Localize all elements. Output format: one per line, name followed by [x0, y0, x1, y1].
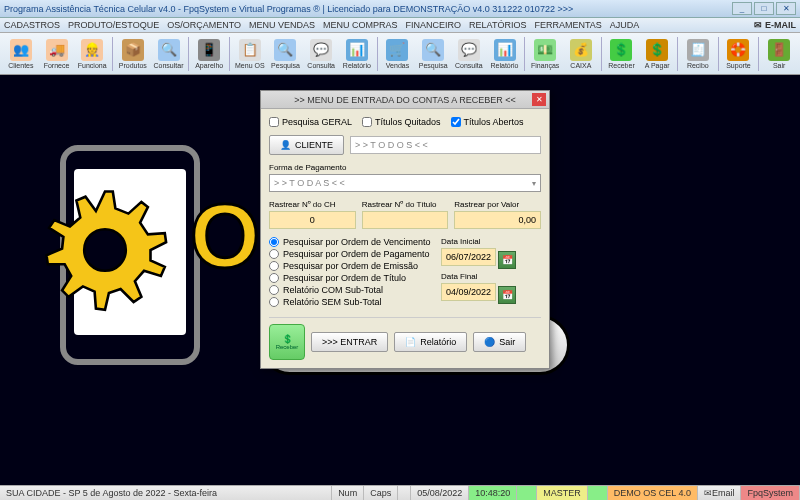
- data-final-field[interactable]: 04/09/2022: [441, 283, 496, 301]
- forma-combo[interactable]: > > T O D A S < <: [269, 174, 541, 192]
- toolbar-suporte[interactable]: 🛟Suporte: [722, 35, 756, 73]
- toolbar-fornece[interactable]: 🚚Fornece: [40, 35, 74, 73]
- status-master: MASTER: [537, 486, 588, 500]
- menu-financeiro[interactable]: FINANCEIRO: [406, 20, 462, 30]
- menu-email[interactable]: ✉E-MAIL: [754, 20, 796, 30]
- toolbar-consultar[interactable]: 🔍Consultar: [152, 35, 186, 73]
- radio-1[interactable]: Pesquisar por Ordem de Pagamento: [269, 249, 433, 259]
- suporte-icon: 🛟: [727, 39, 749, 61]
- status-email[interactable]: ✉ Email: [698, 486, 742, 500]
- status-location: SUA CIDADE - SP 5 de Agosto de 2022 - Se…: [0, 486, 332, 500]
- radio-3[interactable]: Pesquisar por Ordem de Título: [269, 273, 433, 283]
- recibo-icon: 🧾: [687, 39, 709, 61]
- menu-produto[interactable]: PRODUTO/ESTOQUE: [68, 20, 159, 30]
- toolbar-produtos[interactable]: 📦Produtos: [116, 35, 150, 73]
- track-tit-label: Rastrear Nº do Título: [362, 200, 449, 209]
- produtos-icon: 📦: [122, 39, 144, 61]
- toolbar-pesquisa[interactable]: 🔍Pesquisa: [416, 35, 450, 73]
- checkbox-quitados[interactable]: Títulos Quitados: [362, 117, 441, 127]
- status-fpq[interactable]: FpqSystem: [741, 486, 800, 500]
- a pagar-icon: 💲: [646, 39, 668, 61]
- toolbar-finanças[interactable]: 💵Finanças: [528, 35, 562, 73]
- relatorio-button[interactable]: 📄Relatório: [394, 332, 467, 352]
- money-icon: 💲: [282, 334, 293, 344]
- caixa-icon: 💰: [570, 39, 592, 61]
- forma-label: Forma de Pagamento: [269, 163, 541, 172]
- status-num: Num: [332, 486, 364, 500]
- track-ch-field[interactable]: 0: [269, 211, 356, 229]
- menu-relatorios[interactable]: RELATÓRIOS: [469, 20, 526, 30]
- toolbar-recibo[interactable]: 🧾Recibo: [681, 35, 715, 73]
- track-val-label: Rastrear por Valor: [454, 200, 541, 209]
- fornece-icon: 🚚: [46, 39, 68, 61]
- entrar-button[interactable]: >>> ENTRAR: [311, 332, 388, 352]
- toolbar-menu os[interactable]: 📋Menu OS: [233, 35, 267, 73]
- cliente-field[interactable]: > > T O D O S < <: [350, 136, 541, 154]
- menu-cadastros[interactable]: CADASTROS: [4, 20, 60, 30]
- cliente-button[interactable]: 👤CLIENTE: [269, 135, 344, 155]
- data-inicial-picker[interactable]: 📅: [498, 251, 516, 269]
- radio-5[interactable]: Relatório SEM Sub-Total: [269, 297, 433, 307]
- sair-button[interactable]: 🔵Sair: [473, 332, 526, 352]
- toolbar-receber[interactable]: 💲Receber: [605, 35, 639, 73]
- toolbar-clientes[interactable]: 👥Clientes: [4, 35, 38, 73]
- consultar-icon: 🔍: [158, 39, 180, 61]
- radio-2[interactable]: Pesquisar por Ordem de Emissão: [269, 261, 433, 271]
- report-icon: 📄: [405, 337, 416, 347]
- dialog-title: >> MENU DE ENTRADA DO CONTAS A RECEBER <…: [261, 91, 549, 109]
- status-time: 10:48:20: [469, 486, 517, 500]
- toolbar-funciona[interactable]: 👷Funciona: [75, 35, 109, 73]
- relatório-icon: 📊: [346, 39, 368, 61]
- gear-icon: [40, 185, 170, 315]
- exit-icon: 🔵: [484, 337, 495, 347]
- track-tit-field[interactable]: [362, 211, 449, 229]
- receber-button[interactable]: 💲Receber: [269, 324, 305, 360]
- data-inicial-label: Data Inicial: [441, 237, 541, 246]
- relatório-icon: 📊: [494, 39, 516, 61]
- data-final-picker[interactable]: 📅: [498, 286, 516, 304]
- status-date: 05/08/2022: [411, 486, 469, 500]
- toolbar-a pagar[interactable]: 💲A Pagar: [640, 35, 674, 73]
- consulta-icon: 💬: [458, 39, 480, 61]
- checkbox-geral[interactable]: Pesquisa GERAL: [269, 117, 352, 127]
- menu-ajuda[interactable]: AJUDA: [610, 20, 640, 30]
- radio-0[interactable]: Pesquisar por Ordem de Vencimento: [269, 237, 433, 247]
- pesquisa-icon: 🔍: [274, 39, 296, 61]
- minimize-button[interactable]: _: [732, 2, 752, 15]
- funciona-icon: 👷: [81, 39, 103, 61]
- vendas-icon: 🛒: [386, 39, 408, 61]
- menu-os[interactable]: OS/ORÇAMENTO: [167, 20, 241, 30]
- dialog-close-button[interactable]: ✕: [532, 93, 546, 106]
- toolbar-aparelho[interactable]: 📱Aparelho: [192, 35, 226, 73]
- data-inicial-field[interactable]: 06/07/2022: [441, 248, 496, 266]
- menu-ferramentas[interactable]: FERRAMENTAS: [534, 20, 601, 30]
- toolbar-vendas[interactable]: 🛒Vendas: [381, 35, 415, 73]
- statusbar: SUA CIDADE - SP 5 de Agosto de 2022 - Se…: [0, 485, 800, 500]
- track-val-field[interactable]: 0,00: [454, 211, 541, 229]
- toolbar-pesquisa[interactable]: 🔍Pesquisa: [269, 35, 303, 73]
- clientes-icon: 👥: [10, 39, 32, 61]
- track-ch-label: Rastrear Nº do CH: [269, 200, 356, 209]
- menu-compras[interactable]: MENU COMPRAS: [323, 20, 398, 30]
- status-caps: Caps: [364, 486, 398, 500]
- consulta-icon: 💬: [310, 39, 332, 61]
- radio-4[interactable]: Relatório COM Sub-Total: [269, 285, 433, 295]
- toolbar-relatório[interactable]: 📊Relatório: [340, 35, 374, 73]
- toolbar-consulta[interactable]: 💬Consulta: [304, 35, 338, 73]
- toolbar-caixa[interactable]: 💰CAIXA: [564, 35, 598, 73]
- pesquisa-icon: 🔍: [422, 39, 444, 61]
- window-title: Programa Assistência Técnica Celular v4.…: [4, 4, 573, 14]
- toolbar-consulta[interactable]: 💬Consulta: [452, 35, 486, 73]
- toolbar-sair[interactable]: 🚪Sair: [762, 35, 796, 73]
- close-button[interactable]: ✕: [776, 2, 796, 15]
- checkbox-abertos[interactable]: Títulos Abertos: [451, 117, 524, 127]
- mail-icon: ✉: [754, 20, 762, 30]
- person-icon: 👤: [280, 140, 291, 150]
- toolbar-relatório[interactable]: 📊Relatório: [488, 35, 522, 73]
- menu-vendas[interactable]: MENU VENDAS: [249, 20, 315, 30]
- menu os-icon: 📋: [239, 39, 261, 61]
- receber-icon: 💲: [610, 39, 632, 61]
- maximize-button[interactable]: □: [754, 2, 774, 15]
- menubar: CADASTROS PRODUTO/ESTOQUE OS/ORÇAMENTO M…: [0, 18, 800, 33]
- sair-icon: 🚪: [768, 39, 790, 61]
